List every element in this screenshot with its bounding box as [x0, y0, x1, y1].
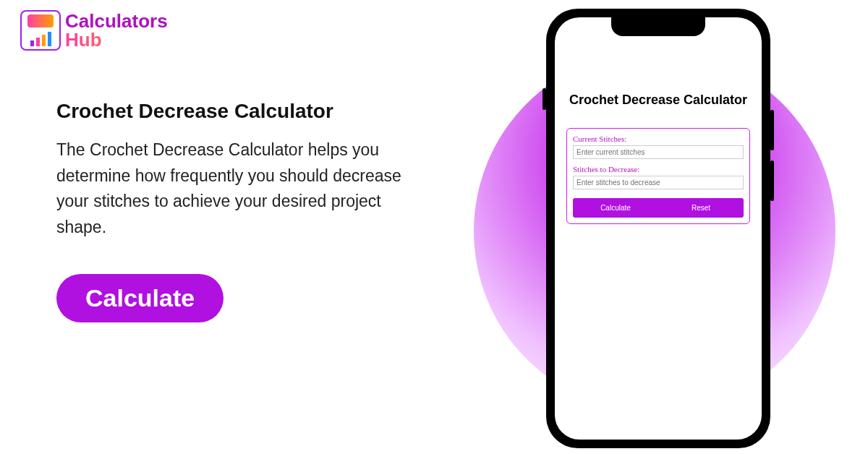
brand-logo[interactable]: Calculators Hub	[20, 10, 168, 51]
page-description: The Crochet Decrease Calculator helps yo…	[56, 137, 433, 241]
form-calculate-button[interactable]: Calculate	[573, 198, 658, 218]
calculate-button[interactable]: Calculate	[56, 274, 224, 322]
phone-mockup: Crochet Decrease Calculator Current Stit…	[546, 9, 770, 448]
logo-line1: Calculators	[65, 12, 168, 30]
stitches-decrease-input[interactable]	[573, 176, 744, 189]
phone-side-button	[770, 160, 774, 201]
logo-line2: Hub	[65, 30, 168, 49]
current-stitches-label: Current Stitches:	[573, 134, 744, 143]
phone-side-button	[542, 88, 546, 110]
logo-text: Calculators Hub	[65, 12, 168, 49]
stitches-decrease-label: Stitches to Decrease:	[573, 165, 744, 174]
form-reset-button[interactable]: Reset	[658, 198, 744, 218]
logo-icon	[20, 10, 61, 51]
calculator-form: Current Stitches: Stitches to Decrease: …	[566, 128, 750, 224]
phone-notch	[611, 17, 705, 36]
current-stitches-input[interactable]	[573, 145, 744, 159]
main-content: Crochet Decrease Calculator The Crochet …	[56, 100, 433, 322]
phone-side-button	[770, 110, 774, 150]
page-title: Crochet Decrease Calculator	[56, 100, 433, 123]
form-button-row: Calculate Reset	[573, 198, 744, 218]
app-title: Crochet Decrease Calculator	[566, 93, 750, 108]
